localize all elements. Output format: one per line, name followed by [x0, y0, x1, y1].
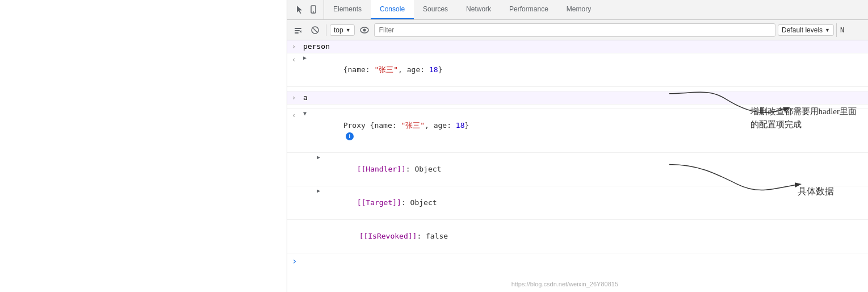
- console-text-person: person: [303, 41, 868, 52]
- input-arrow-1: ›: [292, 41, 301, 51]
- expand-triangle-1[interactable]: [303, 55, 307, 61]
- prompt-arrow: ›: [292, 255, 303, 266]
- expand-triangle-handler[interactable]: [317, 154, 320, 160]
- console-isrevoked: [[IsRevoked]]: false: [287, 220, 868, 253]
- output-arrow-1: ‹: [292, 55, 301, 64]
- console-input-field[interactable]: [305, 255, 868, 265]
- console-target: [[Target]]: Object: [287, 186, 868, 220]
- svg-point-10: [363, 28, 366, 31]
- watermark: https://blog.csdn.net/weixin_26Y80815: [511, 281, 618, 287]
- console-prompt-line: ›: [287, 253, 868, 268]
- console-toolbar: top ▼ Default levels ▼ N: [287, 20, 868, 40]
- tab-performance[interactable]: Performance: [500, 0, 557, 19]
- spacer-1: [287, 87, 868, 91]
- mobile-icon[interactable]: [308, 4, 319, 15]
- tab-elements[interactable]: Elements: [324, 0, 371, 19]
- spacer-2: [287, 105, 868, 109]
- svg-rect-2: [295, 28, 301, 29]
- console-text-a: a: [303, 93, 868, 103]
- toolbar-separator-1: [326, 24, 326, 36]
- tab-bar: Elements Console Sources Network Perform…: [287, 0, 868, 20]
- console-text-proxy: Proxy {name: "张三", age: 18} i: [308, 110, 868, 151]
- output-arrow-2: ‹: [292, 110, 301, 119]
- console-output-proxy: ‹ Proxy {name: "张三", age: 18} i: [287, 109, 868, 153]
- console-text-target: [[Target]]: Object: [321, 187, 868, 218]
- console-output-person: ‹ {name: "张三", age: 18}: [287, 53, 868, 87]
- svg-rect-3: [295, 30, 300, 31]
- expand-triangle-target[interactable]: [317, 187, 320, 194]
- svg-rect-4: [295, 32, 299, 34]
- console-text-isrevoked: [[IsRevoked]]: false: [324, 221, 868, 252]
- tab-network[interactable]: Network: [457, 0, 500, 19]
- console-handler: [[Handler]]: Object: [287, 153, 868, 186]
- cursor-icon[interactable]: [294, 4, 305, 15]
- input-arrow-2: ›: [292, 93, 301, 102]
- tab-memory[interactable]: Memory: [557, 0, 600, 19]
- console-output: › person ‹ {name: "张三", age: 18} › a ‹ P…: [287, 40, 868, 292]
- overflow-indicator: N: [836, 23, 865, 37]
- levels-selector[interactable]: Default levels ▼: [778, 24, 834, 36]
- svg-line-8: [313, 28, 317, 32]
- chevron-down-icon-levels: ▼: [825, 27, 830, 33]
- info-icon[interactable]: i: [346, 132, 354, 140]
- devtools-panel: Elements Console Sources Network Perform…: [287, 0, 868, 292]
- devtools-icons: [290, 0, 324, 19]
- filter-input[interactable]: [374, 23, 775, 37]
- chevron-down-icon: ▼: [346, 27, 351, 33]
- stop-button[interactable]: [308, 23, 322, 37]
- tab-sources[interactable]: Sources: [414, 0, 457, 19]
- expand-triangle-proxy[interactable]: [303, 110, 307, 116]
- clear-console-button[interactable]: [291, 23, 305, 37]
- console-text-handler: [[Handler]]: Object: [321, 154, 868, 185]
- eye-button[interactable]: [357, 23, 372, 37]
- console-text-person-obj: {name: "张三", age: 18}: [308, 55, 868, 85]
- tab-console[interactable]: Console: [371, 0, 414, 19]
- context-selector[interactable]: top ▼: [330, 24, 355, 36]
- left-panel: [0, 0, 287, 292]
- console-input-a: › a: [287, 91, 868, 105]
- console-input-person: › person: [287, 40, 868, 53]
